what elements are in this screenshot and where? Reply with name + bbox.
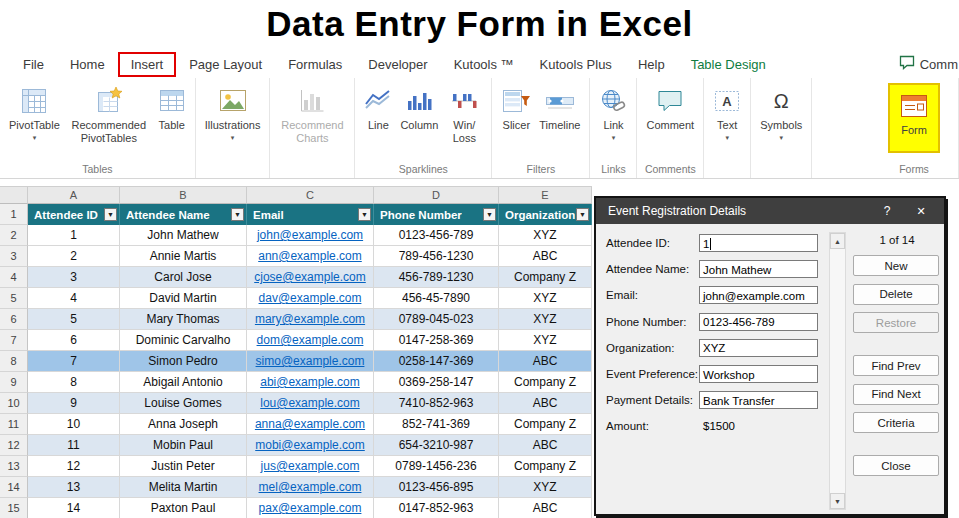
cell-phone-number[interactable]: 0369-258-147 bbox=[374, 372, 499, 393]
new-button[interactable]: New bbox=[853, 255, 939, 276]
cell-attendee-name[interactable]: Mary Thomas bbox=[120, 309, 247, 330]
pivottable-button[interactable]: PivotTable ▾ bbox=[6, 83, 63, 143]
cell-phone-number[interactable]: 789-456-1230 bbox=[374, 246, 499, 267]
cell-organization[interactable]: Company Z bbox=[499, 456, 592, 477]
symbols-button[interactable]: Ω Symbols ▾ bbox=[757, 83, 805, 143]
header-cell-organization[interactable]: Organization▼ bbox=[499, 204, 592, 225]
cell-email-link[interactable]: mel@example.com bbox=[247, 477, 374, 498]
cell-organization[interactable]: ABC bbox=[499, 498, 592, 518]
cell-phone-number[interactable]: 456-45-7890 bbox=[374, 288, 499, 309]
header-cell-attendee-name[interactable]: Attendee Name▼ bbox=[120, 204, 247, 225]
tab-page-layout[interactable]: Page Layout bbox=[176, 52, 275, 77]
cell-email-link[interactable]: abi@example.com bbox=[247, 372, 374, 393]
cell-phone-number[interactable]: 0789-1456-236 bbox=[374, 456, 499, 477]
row-number[interactable]: 11 bbox=[0, 414, 28, 435]
cell-email-link[interactable]: anna@example.com bbox=[247, 414, 374, 435]
cell-attendee-name[interactable]: Paxton Paul bbox=[120, 498, 247, 518]
cell-email-link[interactable]: dav@example.com bbox=[247, 288, 374, 309]
row-number[interactable]: 6 bbox=[0, 309, 28, 330]
filter-dropdown-icon[interactable]: ▼ bbox=[358, 208, 371, 221]
slicer-button[interactable]: Slicer bbox=[498, 83, 534, 134]
tab-insert[interactable]: Insert bbox=[118, 52, 177, 77]
cell-email-link[interactable]: mary@example.com bbox=[247, 309, 374, 330]
cell-phone-number[interactable]: 0789-045-023 bbox=[374, 309, 499, 330]
cell-attendee-name[interactable]: Simon Pedro bbox=[120, 351, 247, 372]
cell-email-link[interactable]: pax@example.com bbox=[247, 498, 374, 518]
link-button[interactable]: Link ▾ bbox=[596, 83, 630, 143]
cell-attendee-name[interactable]: Anna Joseph bbox=[120, 414, 247, 435]
cell-attendee-id[interactable]: 8 bbox=[28, 372, 120, 393]
select-all-corner[interactable] bbox=[0, 187, 28, 204]
column-letter-A[interactable]: A bbox=[28, 187, 120, 204]
close-button[interactable]: Close bbox=[853, 455, 939, 476]
cell-organization[interactable]: ABC bbox=[499, 393, 592, 414]
event-preference-field[interactable]: Workshop bbox=[699, 365, 818, 383]
cell-organization[interactable]: XYZ bbox=[499, 330, 592, 351]
dialog-titlebar[interactable]: Event Registration Details ? ✕ bbox=[596, 198, 944, 224]
row-number[interactable]: 14 bbox=[0, 477, 28, 498]
cell-email-link[interactable]: mobi@example.com bbox=[247, 435, 374, 456]
payment-details-field[interactable]: Bank Transfer bbox=[699, 391, 818, 409]
row-number[interactable]: 2 bbox=[0, 225, 28, 246]
email-field[interactable]: john@example.com bbox=[699, 286, 818, 304]
cell-phone-number[interactable]: 0147-258-369 bbox=[374, 330, 499, 351]
line-sparkline-button[interactable]: Line bbox=[361, 83, 395, 134]
row-number[interactable]: 5 bbox=[0, 288, 28, 309]
find-prev-button[interactable]: Find Prev bbox=[853, 355, 939, 376]
row-number[interactable]: 12 bbox=[0, 435, 28, 456]
cell-organization[interactable]: XYZ bbox=[499, 225, 592, 246]
tab-table-design[interactable]: Table Design bbox=[678, 52, 779, 77]
cell-organization[interactable]: Company Z bbox=[499, 267, 592, 288]
filter-dropdown-icon[interactable]: ▼ bbox=[483, 208, 496, 221]
cell-email-link[interactable]: cjose@example.com bbox=[247, 267, 374, 288]
cell-email-link[interactable]: ann@example.com bbox=[247, 246, 374, 267]
cell-attendee-name[interactable]: Melita Martin bbox=[120, 477, 247, 498]
cell-phone-number[interactable]: 0123-456-789 bbox=[374, 225, 499, 246]
filter-dropdown-icon[interactable]: ▼ bbox=[576, 208, 589, 221]
cell-organization[interactable]: ABC bbox=[499, 351, 592, 372]
scrollbar-track[interactable] bbox=[830, 249, 845, 493]
organization-field[interactable]: XYZ bbox=[699, 339, 818, 357]
cell-attendee-id[interactable]: 5 bbox=[28, 309, 120, 330]
row-number[interactable]: 4 bbox=[0, 267, 28, 288]
table-button[interactable]: Table bbox=[155, 83, 189, 134]
row-number[interactable]: 3 bbox=[0, 246, 28, 267]
cell-attendee-name[interactable]: Carol Jose bbox=[120, 267, 247, 288]
recommended-pivottables-button[interactable]: Recommended PivotTables bbox=[65, 83, 153, 146]
timeline-button[interactable]: Timeline bbox=[536, 83, 583, 134]
phone-number-field[interactable]: 0123-456-789 bbox=[699, 313, 818, 331]
tab-help[interactable]: Help bbox=[625, 52, 678, 77]
text-button[interactable]: A Text ▾ bbox=[710, 83, 744, 143]
row-number[interactable]: 9 bbox=[0, 372, 28, 393]
cell-organization[interactable]: Company Z bbox=[499, 372, 592, 393]
cell-attendee-id[interactable]: 4 bbox=[28, 288, 120, 309]
tab-file[interactable]: File bbox=[10, 52, 57, 77]
cell-attendee-id[interactable]: 10 bbox=[28, 414, 120, 435]
find-next-button[interactable]: Find Next bbox=[853, 384, 939, 405]
illustrations-button[interactable]: Illustrations ▾ bbox=[202, 83, 264, 143]
header-cell-attendee-id[interactable]: Attendee ID▼ bbox=[28, 204, 120, 225]
column-letter-B[interactable]: B bbox=[120, 187, 247, 204]
cell-attendee-id[interactable]: 7 bbox=[28, 351, 120, 372]
tab-kutools-plus[interactable]: Kutools Plus bbox=[527, 52, 625, 77]
restore-button[interactable]: Restore bbox=[853, 312, 939, 333]
row-number[interactable]: 1 bbox=[0, 204, 28, 225]
column-letter-E[interactable]: E bbox=[499, 187, 592, 204]
cell-attendee-name[interactable]: John Mathew bbox=[120, 225, 247, 246]
cell-attendee-id[interactable]: 12 bbox=[28, 456, 120, 477]
tab-home[interactable]: Home bbox=[57, 52, 118, 77]
cell-attendee-name[interactable]: Abigail Antonio bbox=[120, 372, 247, 393]
cell-phone-number[interactable]: 0123-456-895 bbox=[374, 477, 499, 498]
header-cell-email[interactable]: Email▼ bbox=[247, 204, 374, 225]
cell-attendee-name[interactable]: Annie Martis bbox=[120, 246, 247, 267]
cell-organization[interactable]: Company Z bbox=[499, 414, 592, 435]
cell-organization[interactable]: XYZ bbox=[499, 309, 592, 330]
cell-email-link[interactable]: lou@example.com bbox=[247, 393, 374, 414]
row-number[interactable]: 8 bbox=[0, 351, 28, 372]
dialog-scrollbar[interactable]: ▲ ▼ bbox=[829, 232, 846, 510]
cell-attendee-id[interactable]: 14 bbox=[28, 498, 120, 518]
scroll-up-icon[interactable]: ▲ bbox=[830, 233, 845, 249]
column-letter-C[interactable]: C bbox=[247, 187, 374, 204]
cell-attendee-id[interactable]: 6 bbox=[28, 330, 120, 351]
cell-email-link[interactable]: simo@example.com bbox=[247, 351, 374, 372]
